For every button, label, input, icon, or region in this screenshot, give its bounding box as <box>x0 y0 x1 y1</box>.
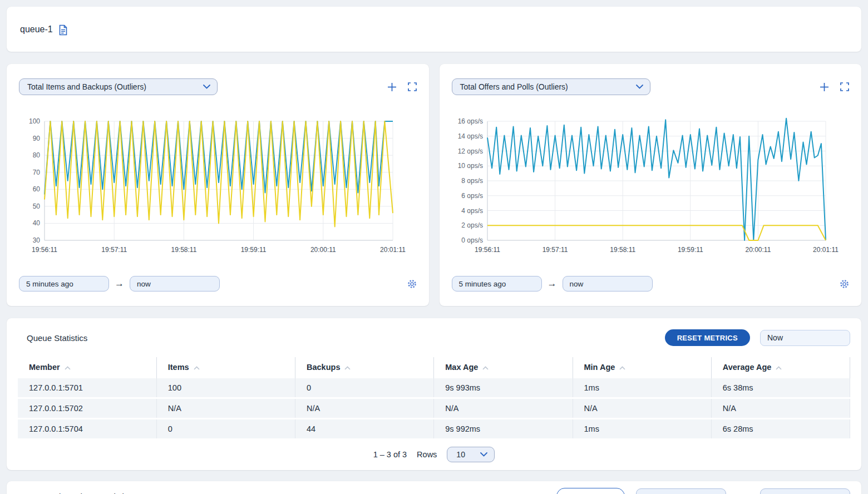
column-header-min-age[interactable]: Min Age <box>573 357 711 378</box>
time-from-input[interactable] <box>452 276 542 292</box>
x-axis-tick-label: 20:00:11 <box>310 246 336 254</box>
y-axis-tick-label: 2 ops/s <box>461 221 483 229</box>
arrow-right-icon: → <box>737 491 749 494</box>
column-label: Max Age <box>445 363 478 372</box>
chart-header: Total Items and Backups (Outliers) <box>19 78 417 95</box>
table-cell: N/A <box>434 398 573 419</box>
y-axis-tick-label: 30 <box>33 236 41 244</box>
queue-throughput-title: Queue Throughput Statistics <box>27 492 132 494</box>
time-range-row: → <box>452 276 850 292</box>
y-axis-tick-label: 80 <box>33 151 41 159</box>
x-axis-tick-label: 19:58:11 <box>610 246 635 254</box>
table-cell: N/A <box>573 398 711 419</box>
add-chart-icon[interactable] <box>820 82 829 92</box>
metrics-time-input[interactable] <box>760 330 850 346</box>
reset-metrics-button[interactable]: RESET METRICS <box>665 329 750 346</box>
rows-label: Rows <box>417 450 437 459</box>
column-header-items[interactable]: Items <box>156 357 295 378</box>
items-backups-chart-card: Total Items and Backups (Outliers) 10090… <box>7 64 429 306</box>
page-title: queue-1 <box>20 24 53 34</box>
table-cell: N/A <box>156 398 295 419</box>
x-axis-tick-label: 19:56:11 <box>32 246 57 254</box>
column-header-max-age[interactable]: Max Age <box>434 357 573 378</box>
metric-select[interactable]: Total Items and Backups (Outliers) <box>19 78 218 95</box>
column-header-backups[interactable]: Backups <box>295 357 434 378</box>
y-axis-tick-label: 50 <box>33 202 41 210</box>
y-axis-tick-label: 14 ops/s <box>457 132 482 140</box>
page: queue-1 Total Items and Backups (Outlier… <box>0 0 868 494</box>
fullscreen-icon[interactable] <box>408 82 417 91</box>
column-label: Member <box>29 363 60 372</box>
table-cell: 6s 28ms <box>711 419 850 439</box>
offers-polls-chart-card: Total Offers and Polls (Outliers) 16 ops… <box>440 64 862 306</box>
queue-throughput-card: Queue Throughput Statistics RESET TIME → <box>7 481 861 494</box>
items-backups-chart: 1009080706050403019:56:1119:57:1119:58:1… <box>19 116 417 258</box>
column-header-member[interactable]: Member <box>18 357 156 378</box>
table-header-row: MemberItemsBackupsMax AgeMin AgeAverage … <box>18 357 850 378</box>
sort-caret-icon <box>194 366 200 370</box>
chevron-down-icon <box>636 85 643 89</box>
table-cell: 9s 993ms <box>434 378 573 398</box>
table-cell: 44 <box>295 419 434 439</box>
x-axis-tick-label: 20:01:11 <box>380 246 406 254</box>
table-row: 127.0.0.1:5702N/AN/AN/AN/AN/A <box>18 398 850 419</box>
table-row: 127.0.0.1:57040449s 992ms1ms6s 28ms <box>18 419 850 439</box>
gear-icon[interactable] <box>407 279 417 289</box>
table-cell: 9s 992ms <box>434 419 573 439</box>
fullscreen-icon[interactable] <box>840 82 849 91</box>
queue-header-card: queue-1 <box>7 7 861 52</box>
chart-header: Total Offers and Polls (Outliers) <box>452 78 850 95</box>
metric-select-value: Total Items and Backups (Outliers) <box>27 82 146 91</box>
sort-caret-icon <box>482 366 489 370</box>
table-row: 127.0.0.1:570110009s 993ms1ms6s 38ms <box>18 378 850 398</box>
table-cell: 127.0.0.1:5704 <box>18 419 156 439</box>
y-axis-tick-label: 70 <box>33 169 41 176</box>
line-chart-svg: 16 ops/s14 ops/s12 ops/s10 ops/s8 ops/s6… <box>452 116 841 256</box>
series-yellow <box>487 225 826 240</box>
rows-per-page-value: 10 <box>456 450 465 459</box>
pagination-range: 1 – 3 of 3 <box>373 450 407 459</box>
time-to-input[interactable] <box>563 276 653 292</box>
chevron-down-icon <box>203 85 210 89</box>
pagination: 1 – 3 of 3 Rows 10 <box>18 447 850 462</box>
y-axis-tick-label: 6 ops/s <box>461 192 483 200</box>
column-header-average-age[interactable]: Average Age <box>711 357 850 378</box>
table-cell: 1ms <box>573 419 711 439</box>
y-axis-tick-label: 60 <box>33 185 41 193</box>
y-axis-tick-label: 10 ops/s <box>457 162 482 170</box>
table-cell: N/A <box>295 398 434 419</box>
y-axis-tick-label: 100 <box>29 117 40 125</box>
add-chart-icon[interactable] <box>387 82 397 92</box>
x-axis-tick-label: 19:59:11 <box>241 246 267 254</box>
offers-polls-chart: 16 ops/s14 ops/s12 ops/s10 ops/s8 ops/s6… <box>452 116 850 258</box>
time-from-input[interactable] <box>19 276 109 292</box>
table-cell: 127.0.0.1:5702 <box>18 398 156 419</box>
x-axis-tick-label: 19:59:11 <box>677 246 703 254</box>
series-blue <box>487 118 826 240</box>
x-axis-tick-label: 20:00:11 <box>745 246 771 254</box>
table-cell: 6s 38ms <box>711 378 850 398</box>
reset-time-button[interactable]: RESET TIME <box>556 488 625 494</box>
time-to-input[interactable] <box>760 488 850 494</box>
table-cell: 0 <box>295 378 434 398</box>
series-blue <box>45 121 393 195</box>
line-chart-svg: 1009080706050403019:56:1119:57:1119:58:1… <box>19 116 408 256</box>
queue-statistics-title: Queue Statistics <box>27 333 87 343</box>
y-axis-tick-label: 40 <box>33 219 41 227</box>
document-icon[interactable] <box>58 24 68 36</box>
chevron-down-icon <box>480 452 487 457</box>
x-axis-tick-label: 19:57:11 <box>542 246 568 254</box>
rows-per-page-select[interactable]: 10 <box>447 447 495 462</box>
table-cell: N/A <box>711 398 850 419</box>
gear-icon[interactable] <box>840 279 849 289</box>
y-axis-tick-label: 90 <box>33 135 41 142</box>
column-label: Items <box>168 363 189 372</box>
y-axis-tick-label: 4 ops/s <box>461 207 483 215</box>
sort-caret-icon <box>344 366 351 370</box>
time-from-input[interactable] <box>636 488 726 494</box>
metric-select-value: Total Offers and Polls (Outliers) <box>460 82 568 91</box>
metric-select[interactable]: Total Offers and Polls (Outliers) <box>452 78 650 95</box>
queue-stats-tbody: 127.0.0.1:570110009s 993ms1ms6s 38ms127.… <box>18 378 850 439</box>
queue-statistics-table: MemberItemsBackupsMax AgeMin AgeAverage … <box>18 357 850 440</box>
time-to-input[interactable] <box>130 276 220 292</box>
